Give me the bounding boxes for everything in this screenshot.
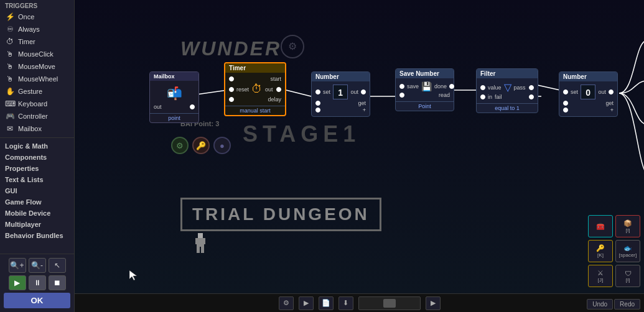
game-icon-chest[interactable]: 🧰 <box>588 215 613 237</box>
node-mailbox-header: Mailbox <box>150 72 198 81</box>
bottom-icon-3[interactable]: 📄 <box>319 296 334 310</box>
node-mailbox-body: 📬 out <box>150 81 198 113</box>
number1-out-port <box>361 89 366 94</box>
number2-out-port <box>609 89 614 94</box>
game-icon-i[interactable]: 🛡 [I] <box>615 265 640 287</box>
game-icon-k[interactable]: 🔑 [K] <box>588 240 613 262</box>
filter1-body: value ▽ pass in fail <box>477 78 538 103</box>
game-icon-fish[interactable]: 🐟 [spacer] <box>615 240 640 262</box>
node-number2[interactable]: Number set 0 out get + <box>559 71 618 117</box>
category-gameflow[interactable]: Game Flow <box>0 196 74 208</box>
k-icon: 🔑 <box>596 244 605 252</box>
sn1-done-port <box>449 84 454 89</box>
scrollbar-thumb[interactable] <box>383 299 396 308</box>
zoom-in-button[interactable]: 🔍+ <box>9 258 26 273</box>
right-icons-row3: ⚔ [J] 🛡 [I] <box>588 265 640 287</box>
sidebar-bottom: 🔍+ 🔍- ↖ ▶ ⏸ ⏹ OK <box>0 254 74 312</box>
bottom-icon-2[interactable]: ▶ <box>299 296 314 310</box>
play-button[interactable]: ▶ <box>9 275 26 290</box>
trigger-keyboard[interactable]: ⌨ Keyboard <box>0 98 74 110</box>
trigger-mailbox[interactable]: ✉ Mailbox <box>0 122 74 135</box>
number1-value: 1 <box>333 85 348 99</box>
zoom-toolbar: 🔍+ 🔍- ↖ <box>4 258 70 273</box>
trigger-once[interactable]: ⚡ Once <box>0 11 74 23</box>
number1-get-row: get <box>315 100 366 106</box>
category-bundles[interactable]: Behavior Bundles <box>0 230 74 241</box>
j-label: [J] <box>598 277 603 283</box>
category-gui[interactable]: GUI <box>0 185 74 196</box>
mailbox-out-row: out <box>154 104 195 110</box>
node-number1-header: Number <box>312 72 370 81</box>
trigger-always[interactable]: ♾ Always <box>0 23 74 35</box>
infinity-icon: ♾ <box>5 25 15 34</box>
ok-button[interactable]: OK <box>4 293 70 308</box>
mouse-move-icon: 🖱 <box>5 62 15 71</box>
game-icon-j[interactable]: ⚔ [J] <box>588 265 613 287</box>
bottom-icon-4[interactable]: ⬇ <box>338 296 353 310</box>
timer-row-reset: reset ⏱ out <box>229 83 281 96</box>
savenumber1-body: save 💾 done read <box>396 78 454 101</box>
number2-set-port <box>563 89 568 94</box>
number2-plus-row: + <box>563 107 614 113</box>
node-mailbox[interactable]: Mailbox 📬 out point <box>149 71 199 123</box>
timer-footer[interactable]: manual start <box>225 106 285 115</box>
node-filter1[interactable]: Filter value ▽ pass in fail equal to 1 <box>476 68 538 113</box>
node-savenumber1[interactable]: Save Number save 💾 done read Point <box>395 68 454 111</box>
timer-reset-port <box>229 87 234 92</box>
filter1-in-port <box>480 94 485 99</box>
trigger-mousewheel[interactable]: 🖱 MouseWheel <box>0 73 74 85</box>
number1-plus-port <box>315 108 320 112</box>
bottom-scrollbar[interactable] <box>358 296 421 310</box>
game-icon-red[interactable]: 📦 [I] <box>615 215 640 237</box>
trigger-gesture[interactable]: ✋ Gesture <box>0 85 74 98</box>
trigger-mousemove[interactable]: 🖱 MouseMove <box>0 60 74 73</box>
number2-plus-port <box>563 108 568 112</box>
trigger-controller[interactable]: 🎮 Controller <box>0 110 74 122</box>
bottom-icon-5[interactable]: ▶ <box>426 296 441 310</box>
number1-get-port <box>315 101 320 106</box>
filter1-in-row: in fail <box>480 94 534 100</box>
category-properties[interactable]: Properties <box>0 163 74 174</box>
trigger-mouseclick[interactable]: 🖱 MouseClick <box>0 48 74 60</box>
bottom-icon-1[interactable]: ⚙ <box>279 296 294 310</box>
chest-icon: 🧰 <box>596 223 605 231</box>
right-icons-row2: 🔑 [K] 🐟 [spacer] <box>588 240 640 262</box>
stop-button[interactable]: ⏹ <box>49 275 66 290</box>
category-components[interactable]: Components <box>0 152 74 163</box>
timer-icon: ⏱ <box>5 37 15 46</box>
category-logic[interactable]: Logic & Math <box>0 140 74 152</box>
number2-get-row: get <box>563 100 614 106</box>
timer-row-start: start <box>229 76 281 82</box>
nodes-layer: Mailbox 📬 out point Timer start <box>75 0 644 293</box>
category-text[interactable]: Text & Lists <box>0 174 74 185</box>
triggers-title: Triggers <box>0 0 74 11</box>
number2-get-port <box>563 101 568 106</box>
node-number2-body: set 0 out get + <box>559 81 617 116</box>
play-toolbar: ▶ ⏸ ⏹ <box>4 275 70 290</box>
zoom-out-button[interactable]: 🔍- <box>29 258 46 273</box>
filter1-footer: equal to 1 <box>477 103 538 112</box>
svg-line-9 <box>286 90 311 96</box>
mailbox-icon-node: 📬 <box>167 86 182 101</box>
node-timer[interactable]: Timer start reset ⏱ out delay ma <box>224 62 286 116</box>
pause-button[interactable]: ⏸ <box>29 275 46 290</box>
timer-delay-port <box>229 97 234 102</box>
i-icon: 🛡 <box>625 270 632 277</box>
cursor-button[interactable]: ↖ <box>49 258 66 273</box>
fish-icon: 🐟 <box>623 244 632 252</box>
connections-svg <box>75 0 644 293</box>
lightning-icon: ⚡ <box>5 12 15 21</box>
trigger-timer[interactable]: ⏱ Timer <box>0 35 74 48</box>
node-number1[interactable]: Number set 1 out get + <box>311 71 370 117</box>
cursor <box>129 270 137 278</box>
red-item-label: [I] <box>626 227 630 233</box>
redo-button[interactable]: Redo <box>614 299 640 310</box>
category-multiplayer[interactable]: Multiplayer <box>0 219 74 230</box>
category-mobile[interactable]: Mobile Device <box>0 208 74 219</box>
mailbox-out-port <box>190 104 195 109</box>
right-icons-row1: 🧰 📦 [I] <box>588 215 640 237</box>
undo-button[interactable]: Undo <box>587 299 613 310</box>
filter1-pass-port <box>529 85 534 90</box>
controller-icon: 🎮 <box>5 112 15 121</box>
sn1-save-icon: 💾 <box>421 81 432 91</box>
